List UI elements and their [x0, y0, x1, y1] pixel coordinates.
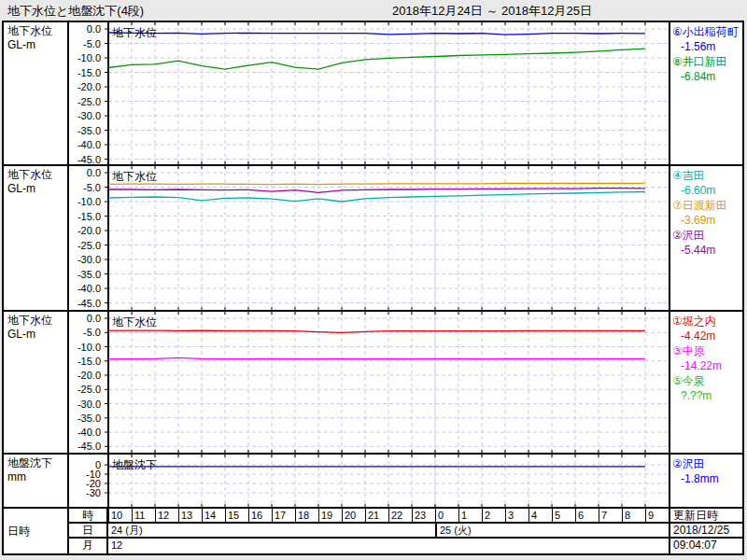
y-axis-tick-label: -25.0 — [65, 96, 101, 107]
panel-legend: ①堀之内-4.42m③中原-14.22m⑤今泉?.??m — [669, 312, 742, 453]
chart-inner-title: 地盤沈下 — [112, 458, 157, 471]
legend-series-value: -14.22m — [672, 358, 742, 373]
legend-series-value: ?.??m — [672, 388, 742, 403]
panel-unit-label: GL-m — [7, 38, 67, 52]
legend-series-name: ⑦日渡新田 — [672, 198, 742, 213]
y-axis-tick-label: -35.0 — [65, 269, 101, 280]
panel-row-groundwater-3: 地下水位GL-m0.0-5.0-10.0-15.0-20.0-25.0-30.0… — [4, 312, 742, 455]
title-bar: 地下水位と地盤沈下(4段) 2018年12月24日 ～ 2018年12月25日 — [0, 0, 747, 21]
hour-tick-label: 10 — [108, 509, 132, 522]
hour-tick-label: 16 — [248, 509, 272, 522]
hour-tick-label: 17 — [272, 509, 295, 522]
legend-series-value: -6.60m — [672, 183, 742, 198]
datetime-header-cell: 日時 — [4, 509, 69, 553]
legend-series-value: -1.56m — [672, 39, 742, 54]
month-cells: 12 — [108, 539, 669, 553]
panel-measure-name: 地盤沈下 — [7, 456, 67, 470]
panel-axis-label: 地下水位GL-m — [4, 312, 69, 453]
day-label: 25 (火) — [435, 524, 669, 537]
update-datetime-label: 更新日時 — [669, 509, 742, 522]
y-axis-tick-label: -25.0 — [65, 384, 101, 395]
month-row-label: 月 — [69, 539, 108, 553]
series-line — [108, 49, 645, 69]
panel-unit-label: mm — [7, 470, 67, 484]
panel-unit-label: GL-m — [7, 182, 67, 196]
monitoring-screen: 地下水位と地盤沈下(4段) 2018年12月24日 ～ 2018年12月25日 … — [0, 0, 747, 560]
legend-series-name: ⑧井口新田 — [672, 54, 742, 69]
y-axis-tick-label: 0.0 — [65, 313, 101, 324]
panel-axis-label: 地下水位GL-m — [4, 22, 69, 164]
hour-tick-label: 5 — [552, 509, 575, 522]
hour-tick-label: 13 — [178, 509, 202, 522]
y-axis-tick-label: -45.0 — [65, 298, 101, 309]
legend-series-value: -5.44m — [672, 243, 742, 258]
y-axis-tick-label: -35.0 — [65, 413, 101, 424]
hour-tick-label: 1 — [458, 509, 482, 522]
legend-series-name: ④吉田 — [672, 168, 742, 183]
hour-tick-label: 8 — [622, 509, 645, 522]
y-axis-tick-label: -15.0 — [65, 356, 101, 367]
series-line — [108, 33, 645, 35]
series-line — [108, 357, 645, 358]
panel-row-groundwater-2: 地下水位GL-m0.0-5.0-10.0-15.0-20.0-25.0-30.0… — [4, 166, 742, 312]
panel-measure-name: 地下水位 — [7, 314, 67, 328]
panel-measure-name: 地下水位 — [7, 24, 67, 38]
hour-tick-label: 22 — [388, 509, 412, 522]
legend-series-value: -3.69m — [672, 213, 742, 228]
y-axis-tick-label: -15.0 — [65, 211, 101, 222]
time-row-month: 月 12 09:04:07 — [69, 539, 742, 553]
y-axis-tick-label: 0.0 — [65, 167, 101, 178]
y-axis-tick-label: -40.0 — [65, 427, 101, 438]
panel-legend: ②沢田-1.8mm — [669, 455, 742, 507]
y-axis-tick-label: -45.0 — [65, 441, 101, 452]
chart-plot: 地下水位 — [105, 166, 669, 310]
chart-inner-title: 地下水位 — [112, 170, 157, 183]
legend-series-name: ⑥小出稲荷町 — [672, 24, 742, 39]
y-axis-tick-label: -40.0 — [65, 283, 101, 294]
hour-tick-label: 21 — [365, 509, 388, 522]
legend-series-name: ①堀之内 — [672, 314, 742, 329]
series-line — [108, 189, 645, 193]
panel-row-groundwater-1: 地下水位GL-m0.0-5.0-10.0-15.0-20.0-25.0-30.0… — [4, 22, 742, 166]
panel-measure-name: 地下水位 — [7, 168, 67, 182]
legend-series-name: ②沢田 — [672, 456, 742, 471]
y-axis-tick-label: -5.0 — [65, 327, 101, 338]
y-axis-tick-label: -40.0 — [65, 139, 101, 150]
page-title: 地下水位と地盤沈下(4段) — [7, 3, 144, 20]
date-range-label: 2018年12月24日 ～ 2018年12月25日 — [392, 3, 592, 20]
hour-tick-label: 2 — [482, 509, 505, 522]
panel-legend: ④吉田-6.60m⑦日渡新田-3.69m②沢田-5.44m — [669, 166, 742, 310]
chart-table-frame: 地下水位GL-m0.0-5.0-10.0-15.0-20.0-25.0-30.0… — [2, 21, 744, 555]
chart-plot: 地下水位 — [105, 312, 669, 453]
chart-inner-title: 地下水位 — [112, 26, 157, 39]
time-row-hour: 時 10111213141516171819202122230123456789… — [69, 509, 742, 524]
hour-tick-label: 14 — [202, 509, 225, 522]
hour-tick-label: 9 — [645, 509, 669, 522]
chart-inner-title: 地下水位 — [112, 315, 157, 329]
legend-series-value: -6.84m — [672, 69, 742, 84]
y-axis-tick-label: -25.0 — [65, 240, 101, 251]
hour-tick-label: 23 — [412, 509, 435, 522]
y-axis-tick-label: 0.0 — [65, 23, 101, 35]
y-axis-tick-label: -30 — [65, 487, 101, 498]
panel-legend: ⑥小出稲荷町-1.56m⑧井口新田-6.84m — [669, 22, 742, 164]
y-axis-tick-label: -35.0 — [65, 125, 101, 136]
month-value: 12 — [108, 539, 122, 553]
hour-cells: 10111213141516171819202122230123456789 — [108, 509, 669, 522]
legend-series-value: -1.8mm — [672, 471, 742, 486]
y-axis-tick-label: -45.0 — [65, 154, 101, 165]
legend-series-name: ③中原 — [672, 343, 742, 358]
y-axis-tick-label: -20.0 — [65, 225, 101, 236]
hour-tick-label: 12 — [155, 509, 178, 522]
hour-tick-label: 4 — [529, 509, 552, 522]
series-line — [108, 183, 645, 184]
y-axis-tick-label: -30.0 — [65, 254, 101, 265]
panel-axis-label: 地下水位GL-m — [4, 166, 69, 310]
day-row-label: 日 — [69, 524, 108, 537]
hour-tick-label: 18 — [295, 509, 318, 522]
hour-tick-label: 15 — [225, 509, 248, 522]
y-axis-tick-label: -5.0 — [65, 38, 101, 49]
hour-tick-label: 0 — [435, 509, 458, 522]
chart-plot: 地盤沈下 — [105, 455, 669, 507]
update-time-value: 09:04:07 — [669, 539, 742, 553]
